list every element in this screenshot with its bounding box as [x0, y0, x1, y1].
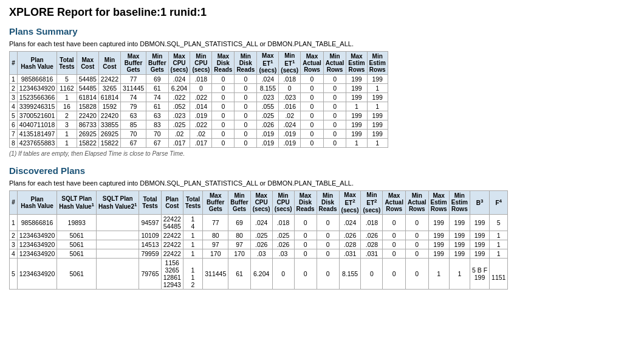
table-cell: .052	[168, 102, 190, 111]
table-cell: 1234634920	[17, 240, 57, 249]
table-cell: 0	[294, 214, 317, 231]
table-cell: 61	[228, 258, 250, 289]
table-cell: 1	[57, 139, 77, 148]
table-cell: 0	[301, 120, 324, 130]
table-cell: 15828	[77, 102, 98, 111]
table-cell: 199	[449, 240, 470, 249]
col-min-et1: MinET1(secs)	[279, 52, 301, 75]
table-cell: 74	[121, 93, 146, 102]
table-cell: 63	[146, 111, 168, 120]
table-cell: 0	[361, 258, 383, 289]
table-cell: 0	[235, 111, 257, 120]
dp-col-minest: MinEstimRows	[449, 191, 470, 214]
table-cell: .026	[361, 231, 383, 240]
table-cell	[97, 240, 139, 249]
table-cell: 4	[10, 102, 18, 111]
table-cell: 16	[57, 102, 77, 111]
table-cell: 0	[317, 231, 339, 240]
table-cell: .02	[279, 111, 301, 120]
dp-col-mindisk: MinDiskReads	[317, 191, 339, 214]
table-cell: .02	[168, 130, 190, 139]
dp-col-maxest: MaxEstimRows	[428, 191, 449, 214]
table-cell: 0	[301, 75, 324, 84]
table-cell: 1	[490, 231, 508, 240]
table-cell: .018	[272, 214, 294, 231]
table-cell: 311445	[121, 84, 146, 93]
col-min-actual: MinActualRows	[323, 52, 346, 75]
table-cell: 79765	[139, 258, 161, 289]
table-cell: 70	[146, 130, 168, 139]
table-cell: 10109	[139, 231, 161, 240]
table-cell: .024	[250, 214, 272, 231]
table-cell: .014	[190, 102, 212, 111]
table-cell: 19893	[57, 214, 97, 231]
table-cell: .031	[339, 249, 361, 258]
table-cell: .026	[339, 231, 361, 240]
table-cell: 0	[212, 84, 235, 93]
page-title: XPLORE Report for baseline:1 runid:1	[9, 6, 635, 19]
dp-col-mincpu: MinCPU(secs)	[272, 191, 294, 214]
col-min-cost: MinCost	[98, 52, 120, 75]
table-cell: 0	[212, 120, 235, 130]
table-cell: 0	[212, 93, 235, 102]
table-cell: 3265	[98, 84, 120, 93]
col-total-tests: TotalTests	[57, 52, 77, 75]
table-cell: 22422	[161, 240, 183, 249]
table-cell: 3	[10, 240, 18, 249]
table-cell: 0	[212, 111, 235, 120]
table-cell: 22422	[161, 231, 183, 240]
dp-col-b: B3	[470, 191, 489, 214]
table-cell: .026	[250, 240, 272, 249]
table-cell: 0	[323, 111, 346, 120]
col-max-disk: MaxDiskReads	[212, 52, 235, 75]
table-cell: 69	[146, 75, 168, 84]
table-cell: 0	[383, 258, 406, 289]
table-cell: .026	[272, 240, 294, 249]
table-cell: 1	[490, 249, 508, 258]
table-cell: 199	[428, 231, 449, 240]
col-min-estim: MinEstimRows	[367, 52, 388, 75]
table-cell: .019	[190, 111, 212, 120]
table-cell: 0	[317, 258, 339, 289]
col-max-cpu: MaxCPU(secs)	[168, 52, 190, 75]
table-cell: 0	[323, 120, 346, 130]
table-cell: 0	[323, 84, 346, 93]
table-cell: 0	[323, 75, 346, 84]
table-cell: 1	[367, 102, 388, 111]
table-cell: 14	[183, 214, 202, 231]
table-cell: .023	[279, 93, 301, 102]
table-cell: 0	[235, 84, 257, 93]
table-cell: 0	[405, 214, 428, 231]
table-cell: 199	[449, 249, 470, 258]
table-cell: 4040711018	[17, 120, 57, 130]
table-cell: 1234634920	[17, 249, 57, 258]
table-cell: 985866816	[17, 75, 57, 84]
table-cell: 22420	[77, 111, 98, 120]
table-cell: 1	[449, 258, 470, 289]
table-cell: 0	[212, 75, 235, 84]
table-cell: 1592	[98, 102, 120, 111]
table-cell: 15822	[98, 139, 120, 148]
table-cell: .022	[168, 93, 190, 102]
table-cell: 0	[323, 102, 346, 111]
table-cell: 0	[235, 139, 257, 148]
table-cell: 54485	[77, 75, 98, 84]
table-cell	[97, 231, 139, 240]
table-cell: 79	[121, 102, 146, 111]
table-cell: 0	[212, 102, 235, 111]
table-row: 5123463492050617976511563265128611294311…	[10, 258, 508, 289]
dp-col-num: #	[10, 191, 18, 214]
table-cell: 4135181497	[17, 130, 57, 139]
dp-col-sqlt1: SQLT PlanHash Value1	[57, 191, 97, 214]
table-cell: 5	[490, 214, 508, 231]
table-cell: .024	[279, 120, 301, 130]
table-cell: .028	[361, 240, 383, 249]
table-cell: 0	[317, 214, 339, 231]
col-min-buf-gets: MinBufferGets	[146, 52, 168, 75]
table-cell: 3700521601	[17, 111, 57, 120]
table-cell: 0	[301, 102, 324, 111]
table-cell: 199	[428, 214, 449, 231]
table-cell: .055	[257, 102, 279, 111]
table-cell: 8	[10, 139, 18, 148]
table-cell: .022	[190, 93, 212, 102]
